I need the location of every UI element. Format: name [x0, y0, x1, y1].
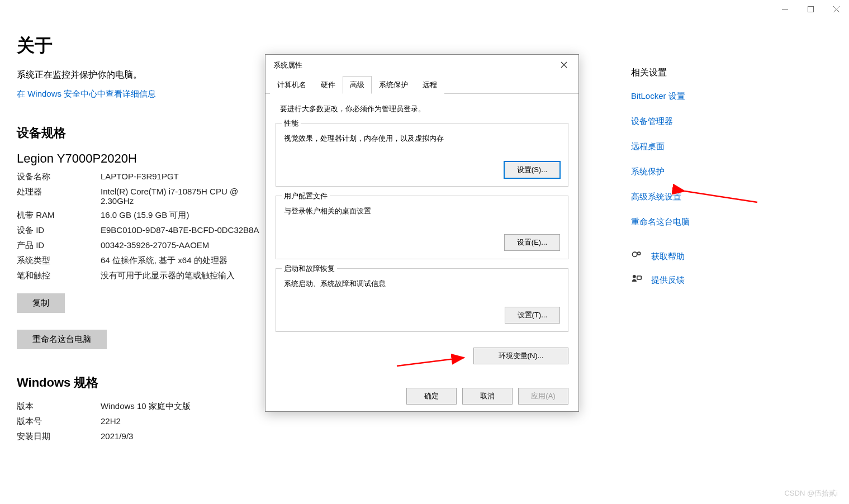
spec-label: 笔和触控: [17, 270, 101, 281]
dialog-titlebar: 系统属性: [265, 55, 578, 76]
svg-point-6: [633, 275, 636, 278]
spec-label: 产品 ID: [17, 240, 101, 251]
tab-remote[interactable]: 远程: [415, 76, 444, 94]
dialog-title-text: 系统属性: [273, 60, 302, 70]
sidebar-link-remote-desktop[interactable]: 远程桌面: [631, 141, 748, 152]
tab-hardware[interactable]: 硬件: [314, 76, 343, 94]
ok-button[interactable]: 确定: [406, 388, 457, 405]
page-title: 关于: [17, 34, 268, 58]
spec-value: E9BC010D-9D87-4B7E-BCFD-0DC32B8A: [101, 225, 268, 236]
about-page: 关于 系统正在监控并保护你的电脑。 在 Windows 安全中心中查看详细信息 …: [17, 34, 268, 446]
window-titlebar: [772, 0, 849, 18]
spec-label: 版本: [17, 401, 101, 412]
spec-label: 设备 ID: [17, 225, 101, 236]
startup-recovery-settings-button[interactable]: 设置(T)...: [505, 307, 560, 324]
performance-settings-button[interactable]: 设置(S)...: [504, 161, 560, 178]
svg-point-5: [638, 252, 641, 255]
dialog-close-button[interactable]: [557, 60, 571, 70]
sidebar-link-rename-pc[interactable]: 重命名这台电脑: [631, 217, 748, 227]
spec-value: 22H2: [101, 416, 268, 427]
windows-spec-heading: Windows 规格: [17, 374, 268, 391]
spec-value: Windows 10 家庭中文版: [101, 401, 268, 412]
environment-variables-button[interactable]: 环境变量(N)...: [473, 348, 568, 364]
close-button[interactable]: [823, 0, 849, 18]
user-profiles-settings-button[interactable]: 设置(E)...: [504, 234, 560, 251]
fieldset-desc: 与登录帐户相关的桌面设置: [284, 206, 560, 216]
sidebar-item-label: 获取帮助: [651, 251, 685, 262]
windows-spec-table: 版本Windows 10 家庭中文版 版本号22H2 安装日期2021/9/3: [17, 401, 268, 442]
watermark: CSDN @伍拾贰i: [784, 488, 838, 498]
maximize-button[interactable]: [798, 0, 823, 18]
svg-rect-1: [808, 6, 813, 12]
svg-rect-7: [637, 276, 642, 279]
spec-label: 安装日期: [17, 431, 101, 442]
fieldset-performance: 性能 视觉效果，处理器计划，内存使用，以及虚拟内存 设置(S)...: [276, 123, 568, 187]
security-center-link[interactable]: 在 Windows 安全中心中查看详细信息: [17, 89, 268, 99]
device-spec-table: 设备名称LAPTOP-F3R91PGT 处理器Intel(R) Core(TM)…: [17, 172, 268, 281]
dialog-footer: 确定 取消 应用(A): [265, 381, 578, 411]
spec-label: 系统类型: [17, 255, 101, 266]
fieldset-desc: 系统启动、系统故障和调试信息: [284, 279, 560, 289]
svg-point-4: [633, 252, 637, 256]
feedback-icon: [631, 273, 643, 287]
fieldset-title: 启动和故障恢复: [282, 264, 337, 274]
fieldset-title: 性能: [282, 118, 301, 129]
fieldset-desc: 视觉效果，处理器计划，内存使用，以及虚拟内存: [284, 134, 560, 144]
dialog-tabs: 计算机名 硬件 高级 系统保护 远程: [265, 76, 578, 94]
spec-label: 设备名称: [17, 172, 101, 182]
tab-computer-name[interactable]: 计算机名: [270, 76, 314, 94]
sidebar-item-label: 提供反馈: [651, 275, 685, 286]
tab-system-protection[interactable]: 系统保护: [372, 76, 415, 94]
protection-status: 系统正在监控并保护你的电脑。: [17, 69, 268, 81]
fieldset-title: 用户配置文件: [282, 191, 330, 201]
sidebar-link-advanced-system[interactable]: 高级系统设置: [631, 192, 748, 202]
sidebar-title: 相关设置: [631, 67, 748, 79]
system-properties-dialog: 系统属性 计算机名 硬件 高级 系统保护 远程 要进行大多数更改，你必须作为管理…: [265, 54, 579, 412]
sidebar-link-system-protection[interactable]: 系统保护: [631, 167, 748, 177]
spec-value: LAPTOP-F3R91PGT: [101, 172, 268, 182]
sidebar-link-device-manager[interactable]: 设备管理器: [631, 116, 748, 127]
sidebar-help[interactable]: 获取帮助: [631, 250, 748, 263]
dialog-body: 要进行大多数更改，你必须作为管理员登录。 性能 视觉效果，处理器计划，内存使用，…: [265, 94, 578, 381]
spec-value: 没有可用于此显示器的笔或触控输入: [101, 270, 268, 281]
device-spec-heading: 设备规格: [17, 125, 268, 141]
copy-button[interactable]: 复制: [17, 293, 65, 313]
spec-value: Intel(R) Core(TM) i7-10875H CPU @ 2.30GH…: [101, 187, 268, 206]
spec-value: 00342-35926-27075-AAOEM: [101, 240, 268, 251]
spec-value: 16.0 GB (15.9 GB 可用): [101, 210, 268, 221]
fieldset-startup-recovery: 启动和故障恢复 系统启动、系统故障和调试信息 设置(T)...: [276, 268, 568, 332]
fieldset-user-profiles: 用户配置文件 与登录帐户相关的桌面设置 设置(E)...: [276, 196, 568, 259]
spec-label: 处理器: [17, 187, 101, 206]
sidebar-link-bitlocker[interactable]: BitLocker 设置: [631, 91, 748, 102]
rename-pc-button[interactable]: 重命名这台电脑: [17, 330, 107, 349]
tab-advanced[interactable]: 高级: [343, 76, 372, 94]
spec-label: 机带 RAM: [17, 210, 101, 221]
related-settings-sidebar: 相关设置 BitLocker 设置 设备管理器 远程桌面 系统保护 高级系统设置…: [631, 67, 748, 297]
cancel-button[interactable]: 取消: [462, 388, 513, 405]
device-model: Legion Y7000P2020H: [17, 151, 268, 166]
spec-value: 2021/9/3: [101, 431, 268, 442]
minimize-button[interactable]: [772, 0, 798, 18]
spec-value: 64 位操作系统, 基于 x64 的处理器: [101, 255, 268, 266]
sidebar-feedback[interactable]: 提供反馈: [631, 273, 748, 287]
apply-button[interactable]: 应用(A): [518, 388, 568, 405]
admin-note: 要进行大多数更改，你必须作为管理员登录。: [280, 104, 568, 114]
help-icon: [631, 250, 643, 263]
spec-label: 版本号: [17, 416, 101, 427]
